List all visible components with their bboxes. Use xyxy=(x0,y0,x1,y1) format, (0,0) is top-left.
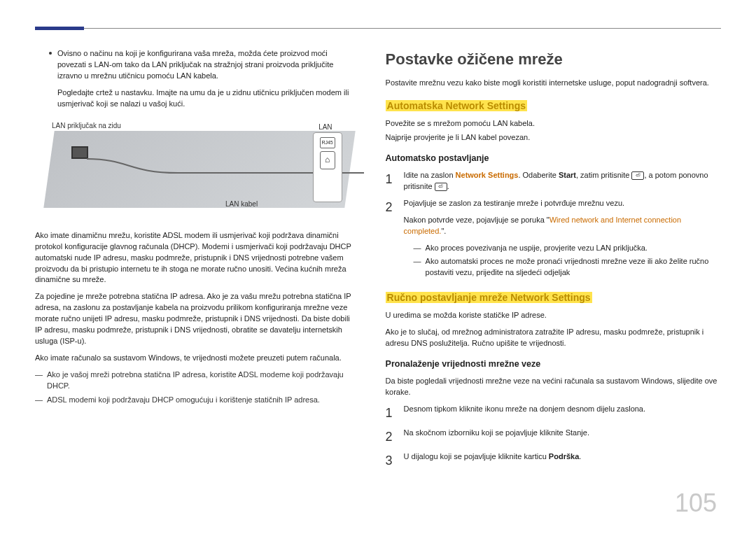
modem-icon: ⌂ xyxy=(320,151,335,169)
lan-figure: LAN priključak na zidu LAN RJ45 ⌂ LAN ka… xyxy=(35,118,358,220)
find-step-2: 2 Na skočnom izborniku koji se pojavljuj… xyxy=(386,428,721,446)
auto-heading: Automatska Network Settings xyxy=(386,100,527,111)
t: U dijalogu koji se pojavljuje kliknite k… xyxy=(404,452,549,461)
auto-p2: Najprije provjerite je li LAN kabel pove… xyxy=(386,132,721,143)
find-step-3: 3 U dijalogu koji se pojavljuje kliknite… xyxy=(386,451,721,470)
intro-bullet: Ovisno o načinu na koji je konfigurirana… xyxy=(35,48,358,82)
step-number: 1 xyxy=(386,170,397,192)
dash-icon: ― xyxy=(35,395,43,406)
step-number: 2 xyxy=(386,198,397,281)
find-step-1: 1 Desnom tipkom kliknite ikonu mreže na … xyxy=(386,404,721,422)
t: . Odaberite xyxy=(518,171,558,179)
auto-note-b: ― Ako automatski proces ne može pronaći … xyxy=(414,256,721,279)
enter-icon: ⏎ xyxy=(631,171,644,180)
manual-heading: Ručno postavljanje mreže Network Setting… xyxy=(386,292,592,303)
support-tab-label: Podrška xyxy=(549,452,579,461)
network-settings-label: Network Settings xyxy=(456,171,519,179)
left-note-2-text: ADSL modemi koji podržavaju DHCP omoguću… xyxy=(47,395,320,406)
enter-icon: ⏎ xyxy=(435,183,447,191)
t: . xyxy=(447,182,449,190)
auto-note-b-text: Ako automatski proces ne može pronaći vr… xyxy=(426,256,721,279)
intro-note: Pogledajte crtež u nastavku. Imajte na u… xyxy=(35,87,358,110)
find-step-1-text: Desnom tipkom kliknite ikonu mreže na do… xyxy=(404,404,721,422)
auto-note-a: ― Ako proces povezivanja ne uspije, prov… xyxy=(414,243,721,254)
left-p3: Ako imate računalo sa sustavom Windows, … xyxy=(35,353,358,364)
section-title: Postavke ožičene mreže xyxy=(386,48,721,71)
left-p2: Za pojedine je mreže potrebna statična I… xyxy=(35,291,358,347)
figure-wall-jack xyxy=(71,146,88,159)
step-number: 2 xyxy=(386,428,397,446)
auto-step-2-text: Pojavljuje se zaslon za testiranje mreže… xyxy=(404,198,721,209)
auto-p1: Povežite se s mrežom pomoću LAN kabela. xyxy=(386,118,721,129)
figure-device: RJ45 ⌂ xyxy=(313,132,342,202)
left-note-1: ― Ako je vašoj mreži potrebna statična I… xyxy=(35,370,358,392)
t: . xyxy=(579,452,581,461)
auto-step-2-after: Nakon potvrde veze, pojavljuje se poruka… xyxy=(404,215,721,237)
step-number: 1 xyxy=(386,404,397,422)
figure-rj45: RJ45 xyxy=(320,137,335,148)
t: ". xyxy=(441,227,446,235)
right-intro: Postavite mrežnu vezu kako biste mogli k… xyxy=(386,78,721,89)
t: Nakon potvrde veze, pojavljuje se poruka… xyxy=(404,216,550,224)
dash-icon: ― xyxy=(414,256,421,279)
auto-step-2: 2 Pojavljuje se zaslon za testiranje mre… xyxy=(386,198,721,281)
page-number: 105 xyxy=(675,485,717,521)
find-intro: Da biste pogledali vrijednosti mrežne ve… xyxy=(386,376,721,398)
left-note-2: ― ADSL modemi koji podržavaju DHCP omogu… xyxy=(35,395,358,406)
auto-sub-heading: Automatsko postavljanje xyxy=(386,152,721,164)
start-label: Start xyxy=(559,171,576,179)
auto-step-1-body: Idite na zaslon Network Settings. Odaber… xyxy=(404,170,721,192)
dash-icon: ― xyxy=(35,370,43,392)
auto-step-1: 1 Idite na zaslon Network Settings. Odab… xyxy=(386,170,721,192)
figure-wall-label: LAN priključak na zidu xyxy=(52,121,121,132)
figure-cable-label: LAN kabel xyxy=(225,199,258,210)
auto-note-a-text: Ako proces povezivanja ne uspije, provje… xyxy=(426,243,648,254)
t: Idite na zaslon xyxy=(404,171,456,179)
manual-p2: Ako je to slučaj, od mrežnog administrat… xyxy=(386,327,721,349)
right-column: Postavke ožičene mreže Postavite mrežnu … xyxy=(386,48,721,475)
header-rule xyxy=(35,28,721,29)
left-note-1-text: Ako je vašoj mreži potrebna statična IP … xyxy=(47,370,358,392)
left-column: Ovisno o načinu na koji je konfigurirana… xyxy=(35,48,358,475)
step-number: 3 xyxy=(386,451,397,470)
left-p1: Ako imate dinamičnu mrežu, koristite ADS… xyxy=(35,230,358,286)
find-step-3-text: U dijalogu koji se pojavljuje kliknite k… xyxy=(404,451,721,470)
intro-bullet-text: Ovisno o načinu na koji je konfigurirana… xyxy=(57,48,358,82)
t: , zatim pritisnite xyxy=(576,171,631,179)
bullet-icon xyxy=(49,52,52,55)
dash-icon: ― xyxy=(414,243,421,254)
find-step-2-text: Na skočnom izborniku koji se pojavljuje … xyxy=(404,428,721,446)
manual-p1: U uredima se možda koriste statičke IP a… xyxy=(386,310,721,321)
find-sub-heading: Pronalaženje vrijednosti mrežne veze xyxy=(386,358,721,370)
